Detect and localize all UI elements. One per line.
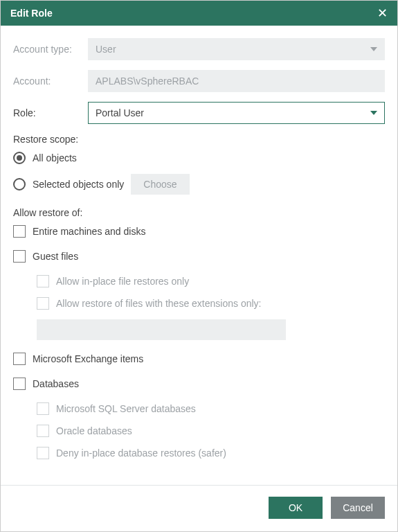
exchange-row[interactable]: Microsoft Exchange items: [13, 353, 385, 365]
radio-all-objects[interactable]: [13, 152, 26, 164]
dialog-footer: OK Cancel: [1, 485, 397, 531]
restore-scope-label: Restore scope:: [13, 134, 385, 145]
chevron-down-icon: [370, 111, 377, 115]
mssql-label: Microsoft SQL Server databases: [56, 403, 196, 414]
deny-inplace-db-label: Deny in-place database restores (safer): [56, 447, 226, 459]
role-select[interactable]: Portal User: [88, 102, 385, 124]
checkbox-exchange[interactable]: [13, 353, 26, 365]
close-icon[interactable]: ✕: [375, 7, 389, 19]
ext-only-row: Allow restore of files with these extens…: [37, 297, 385, 310]
guest-files-label: Guest files: [33, 251, 78, 262]
checkbox-mssql: [37, 402, 49, 415]
dialog-body: Account type: User Account: APLABS\vSphe…: [1, 26, 397, 485]
account-type-select: User: [88, 38, 385, 60]
allow-restore-of-label: Allow restore of:: [13, 207, 385, 218]
account-row: Account: APLABS\vSphereRBAC: [13, 70, 385, 92]
checkbox-entire-machines[interactable]: [13, 225, 26, 238]
checkbox-databases[interactable]: [13, 378, 26, 390]
restore-scope-selected-row[interactable]: Selected objects only Choose: [13, 174, 385, 195]
databases-row[interactable]: Databases: [13, 378, 385, 390]
entire-machines-label: Entire machines and disks: [33, 226, 145, 237]
chevron-down-icon: [370, 47, 377, 51]
oracle-label: Oracle databases: [56, 425, 132, 436]
ok-button[interactable]: OK: [269, 497, 323, 519]
radio-selected-objects-label: Selected objects only: [33, 179, 124, 190]
cancel-button[interactable]: Cancel: [331, 497, 385, 519]
checkbox-inplace-only: [37, 275, 49, 287]
checkbox-ext-only: [37, 297, 49, 310]
guest-files-row[interactable]: Guest files: [13, 250, 385, 263]
account-type-label: Account type:: [13, 44, 88, 55]
oracle-row: Oracle databases: [37, 425, 385, 437]
radio-all-objects-label: All objects: [33, 152, 77, 163]
checkbox-deny-inplace-db: [37, 447, 49, 459]
inplace-only-label: Allow in-place file restores only: [56, 276, 189, 287]
entire-machines-row[interactable]: Entire machines and disks: [13, 225, 385, 238]
exchange-label: Microsoft Exchange items: [33, 353, 143, 364]
restore-scope-all-row[interactable]: All objects: [13, 152, 385, 164]
extensions-input: [37, 319, 286, 340]
mssql-row: Microsoft SQL Server databases: [37, 402, 385, 415]
account-type-row: Account type: User: [13, 38, 385, 60]
edit-role-dialog: Edit Role ✕ Account type: User Account: …: [0, 0, 398, 532]
role-label: Role:: [13, 107, 88, 118]
deny-inplace-db-row: Deny in-place database restores (safer): [37, 447, 385, 459]
checkbox-guest-files[interactable]: [13, 250, 26, 263]
account-field: APLABS\vSphereRBAC: [88, 70, 385, 92]
radio-selected-objects[interactable]: [13, 178, 26, 190]
choose-button: Choose: [131, 174, 189, 195]
dialog-title: Edit Role: [10, 8, 53, 19]
ext-only-label: Allow restore of files with these extens…: [56, 298, 261, 309]
account-value: APLABS\vSphereRBAC: [96, 76, 199, 87]
titlebar: Edit Role ✕: [1, 1, 397, 26]
checkbox-oracle: [37, 425, 49, 437]
account-type-value: User: [96, 44, 116, 55]
inplace-only-row: Allow in-place file restores only: [37, 275, 385, 287]
databases-label: Databases: [33, 378, 79, 389]
account-label: Account:: [13, 76, 88, 87]
role-value: Portal User: [96, 107, 144, 118]
role-row: Role: Portal User: [13, 102, 385, 124]
